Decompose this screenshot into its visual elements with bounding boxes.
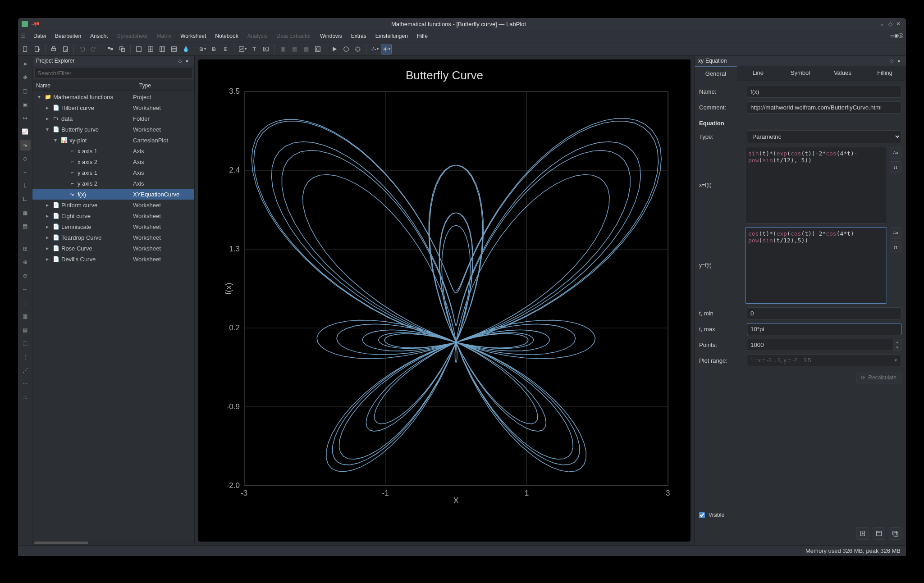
chevron-down-icon[interactable]: ▾ — [52, 137, 59, 143]
tab-symbol[interactable]: Symbol — [779, 66, 822, 81]
x-insert-text-button[interactable]: Aa — [890, 147, 901, 159]
play-icon[interactable] — [329, 44, 340, 55]
points-input[interactable] — [747, 339, 893, 351]
menu-min-icon[interactable]: ▭ — [890, 33, 894, 38]
pointer-tool-icon[interactable]: ➤ — [20, 59, 31, 69]
chevron-right-icon[interactable]: ▸ — [44, 234, 50, 241]
type-select[interactable]: Parametric — [747, 130, 901, 143]
grid-v-icon[interactable]: ▤ — [20, 324, 31, 335]
col-name[interactable]: Name — [32, 82, 136, 89]
menu-data-extractor[interactable]: Data Extractor — [272, 31, 316, 41]
trend-line-icon[interactable]: 📈 — [20, 126, 31, 137]
load-template-button[interactable] — [856, 527, 869, 540]
save-template-button[interactable] — [873, 527, 885, 540]
chevron-right-icon[interactable]: ▸ — [44, 223, 50, 230]
menu-close-icon[interactable]: ⓧ — [898, 32, 903, 39]
name-input[interactable] — [747, 86, 901, 98]
menu-analysis[interactable]: Analysis — [243, 31, 272, 41]
chevron-right-icon[interactable]: ▸ — [44, 202, 50, 208]
doc-export-icon[interactable]: 🗎 — [220, 44, 231, 55]
crosshair-icon[interactable]: ▾ — [381, 44, 392, 55]
layout-cascade-icon[interactable] — [117, 44, 128, 55]
print-preview-icon[interactable] — [60, 44, 71, 55]
x-insert-pi-button[interactable]: π — [890, 161, 901, 173]
y-insert-text-button[interactable]: Aa — [890, 227, 901, 239]
tab-general[interactable]: General — [695, 66, 737, 81]
menu-bearbeiten[interactable]: Bearbeiten — [50, 31, 86, 41]
maximize-button[interactable]: ◇ — [886, 21, 894, 27]
ungroup-icon[interactable]: ▣ — [277, 44, 288, 55]
tree-row[interactable]: ▸📄Piriform curveWorksheet — [32, 200, 194, 210]
undo-icon[interactable] — [77, 44, 87, 55]
grid-snap-tool-icon[interactable]: ⊞ — [20, 243, 31, 254]
menu-ansicht[interactable]: Ansicht — [86, 31, 112, 41]
menu-notebook[interactable]: Notebook — [210, 31, 242, 41]
doc-plus-icon[interactable]: 🗎▾ — [197, 44, 208, 55]
tree-row[interactable]: ▾📄Butterfly curveWorksheet — [32, 124, 194, 135]
zoom-fit-vert-icon[interactable]: ↕ — [20, 297, 31, 308]
layout-tile-icon[interactable] — [105, 44, 116, 55]
axis-break-icon[interactable]: L — [20, 180, 31, 191]
close-button[interactable]: ✕ — [894, 21, 902, 27]
color-drop-icon[interactable]: 💧 — [180, 44, 191, 55]
tab-values[interactable]: Values — [821, 66, 864, 81]
properties-close-icon[interactable]: ● — [895, 58, 902, 64]
tree-row[interactable]: ▸📄Rose CurveWorksheet — [32, 243, 194, 254]
zoom-out-icon[interactable]: ⊖ — [20, 270, 31, 281]
plot-range-select[interactable]: 1 : x = -3 .. 3, y = -2 .. 3.5 ▼ — [747, 355, 901, 366]
tree-row[interactable]: •⌐x axis 1Axis — [32, 146, 194, 156]
tree-row[interactable]: •⌐y axis 2Axis — [32, 178, 194, 189]
doc-import-icon[interactable]: 🗎 — [209, 44, 220, 55]
chevron-right-icon[interactable]: ▸ — [44, 115, 50, 122]
chevron-right-icon[interactable]: ▸ — [44, 213, 50, 219]
marquee-icon[interactable]: ⬚ — [20, 338, 31, 349]
pause-icon[interactable] — [341, 44, 352, 55]
export-icon[interactable] — [32, 44, 42, 55]
menu-datei[interactable]: Datei — [29, 31, 50, 41]
explorer-close-icon[interactable]: ● — [183, 58, 191, 64]
grid2-icon[interactable] — [145, 44, 156, 55]
recalculate-button[interactable]: ⟳ Recalculate — [856, 372, 901, 383]
group-icon[interactable]: ▦ — [289, 44, 300, 55]
hamburger-icon[interactable]: ☰ — [21, 33, 29, 39]
points-step-up[interactable]: ▲ — [893, 339, 901, 345]
menu-worksheet[interactable]: Worksheet — [176, 31, 210, 41]
scatter-icon[interactable]: ▾ — [369, 44, 380, 55]
fit-icon[interactable] — [312, 44, 323, 55]
insert-text-icon[interactable]: T — [249, 44, 260, 55]
tree-row[interactable]: ▸🗀dataFolder — [32, 113, 194, 124]
dots-1-icon[interactable]: ⋮ — [20, 351, 31, 362]
new-icon[interactable] — [20, 44, 31, 55]
tree-row[interactable]: •∿f(x)XYEquationCurve — [32, 189, 194, 200]
insert-chart-icon[interactable]: ▾ — [237, 44, 248, 55]
grid-tool-icon[interactable]: ▤ — [20, 221, 31, 232]
dots-3-icon[interactable]: ⋯ — [20, 378, 31, 389]
y-equation-input[interactable]: cos(t)*(exp(cos(t))-2*cos(4*t)-pow(sin(t… — [745, 227, 887, 304]
menu-hilfe[interactable]: Hilfe — [412, 31, 432, 41]
menu-extras[interactable]: Extras — [347, 31, 371, 41]
scatter-tiny-icon[interactable]: ∴ — [20, 392, 31, 403]
zoom-fit-horiz-icon[interactable]: ↔ — [20, 284, 31, 295]
explorer-scrollbar[interactable] — [32, 541, 194, 545]
plot-canvas[interactable]: Butterfly Curve -3-113-2.0-0.90.21.32.43… — [206, 68, 682, 533]
tree-row[interactable]: •⌐x axis 2Axis — [32, 156, 194, 167]
chevron-right-icon[interactable]: ▸ — [44, 256, 50, 262]
move-tool-icon[interactable]: ✥ — [20, 72, 31, 83]
menu-windows[interactable]: Windows — [316, 31, 347, 41]
explorer-search-input[interactable] — [34, 68, 192, 79]
print-icon[interactable] — [48, 44, 59, 55]
menu-spreadsheet[interactable]: Spreadsheet — [112, 31, 152, 41]
minimize-button[interactable]: ⌄ — [878, 21, 886, 27]
grid3-icon[interactable] — [157, 44, 168, 55]
points-step-down[interactable]: ▼ — [893, 345, 901, 351]
properties-float-icon[interactable]: ◇ — [888, 58, 895, 64]
grid4-icon[interactable] — [169, 44, 179, 55]
col-type[interactable]: Type — [136, 82, 194, 89]
explorer-float-icon[interactable]: ◇ — [176, 58, 183, 64]
menu-matrix[interactable]: Matrix — [152, 31, 176, 41]
select-rect-icon[interactable]: ▢ — [20, 86, 31, 96]
tree-row[interactable]: •⌐y axis 1Axis — [32, 167, 194, 178]
tree-row[interactable]: ▾📊xy-plotCartesianPlot — [32, 135, 194, 146]
axis-extend-icon[interactable]: L. — [20, 194, 31, 205]
function-tool-icon[interactable]: ∿ — [20, 140, 31, 150]
